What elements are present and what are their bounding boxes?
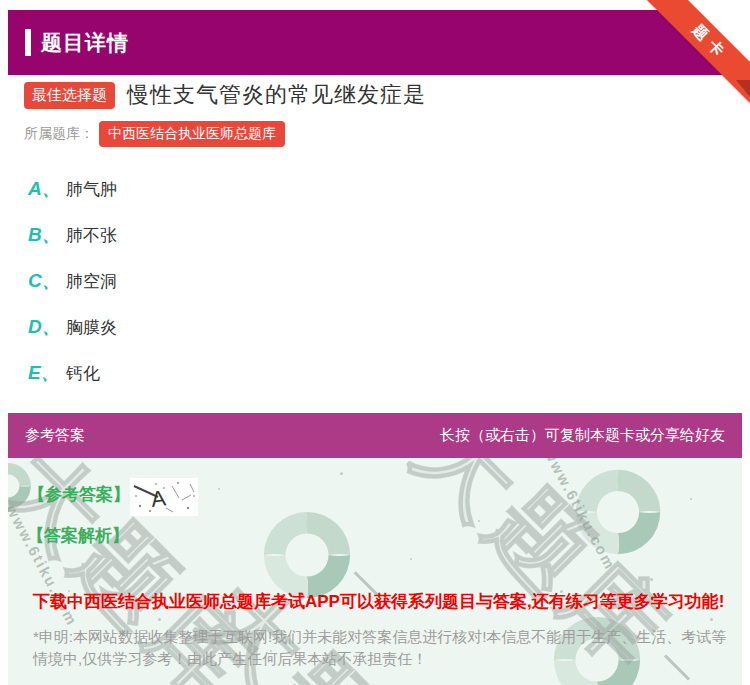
question-title: 慢性支气管炎的常见继发症是: [127, 80, 426, 110]
option-a: A、 肺气肿: [28, 178, 117, 200]
reference-answer-label: 【参考答案】: [28, 483, 130, 506]
speckle: [690, 498, 692, 500]
option-b-letter: B、: [28, 224, 66, 245]
option-c-letter: C、: [28, 270, 66, 291]
answer-bar-title: 参考答案: [25, 426, 85, 445]
question-detail-page: 题目详情 题卡 最佳选择题 慢性支气管炎的常见继发症是 所属题库： 中西医结合执…: [0, 0, 750, 685]
question-type-badge: 最佳选择题: [24, 82, 115, 109]
bank-label: 所属题库：: [24, 125, 94, 143]
option-list: A、 肺气肿 B、 肺不张 C、 肺空洞 D、 胸膜炎 E、 钙化: [28, 178, 117, 408]
option-c: C、 肺空洞: [28, 270, 117, 292]
option-d: D、 胸膜炎: [28, 316, 117, 338]
answer-analysis-label: 【答案解析】: [27, 524, 129, 547]
question-bank-row: 所属题库： 中西医结合执业医师总题库: [24, 121, 285, 147]
option-d-letter: D、: [28, 316, 66, 337]
speckle: [218, 488, 220, 490]
copy-share-hint: 长按（或右击）可复制本题卡或分享给好友: [440, 426, 725, 445]
option-b: B、 肺不张: [28, 224, 117, 246]
header-accent-bar: [25, 29, 31, 56]
option-e-letter: E、: [28, 362, 66, 383]
app-download-promo[interactable]: 下载中西医结合执业医师总题库考试APP可以获得系列题目与答案,还有练习等更多学习…: [33, 590, 733, 613]
answer-section: www.6tiku.com www.6tiku.com 大题库 大题库 大题库 …: [8, 458, 742, 685]
answer-section-bar: 参考答案 长按（或右击）可复制本题卡或分享给好友: [8, 413, 742, 458]
bank-badge[interactable]: 中西医结合执业医师总题库: [99, 121, 285, 147]
option-c-text: 肺空洞: [66, 271, 117, 292]
corner-ribbon-container: 题卡: [638, 0, 750, 112]
option-a-letter: A、: [28, 178, 66, 199]
ribbon-fold-icon: [736, 80, 750, 97]
option-e: E、 钙化: [28, 362, 117, 384]
speckle: [340, 472, 343, 475]
speckle: [478, 520, 480, 522]
answer-captcha-image: A: [130, 478, 198, 516]
speckle: [710, 618, 713, 621]
option-d-text: 胸膜炎: [66, 317, 117, 338]
option-e-text: 钙化: [66, 363, 100, 384]
option-b-text: 肺不张: [66, 225, 117, 246]
option-a-text: 肺气肿: [66, 179, 117, 200]
page-title: 题目详情: [41, 29, 129, 57]
page-header: 题目详情: [8, 10, 728, 75]
speckle: [410, 558, 412, 560]
speckle: [650, 578, 653, 581]
question-title-row: 最佳选择题 慢性支气管炎的常见继发症是: [24, 80, 426, 110]
disclaimer-text: *申明:本网站数据收集整理于互联网!我们并未能对答案信息进行核对!本信息不能用于…: [33, 626, 733, 670]
speckle: [158, 618, 161, 621]
